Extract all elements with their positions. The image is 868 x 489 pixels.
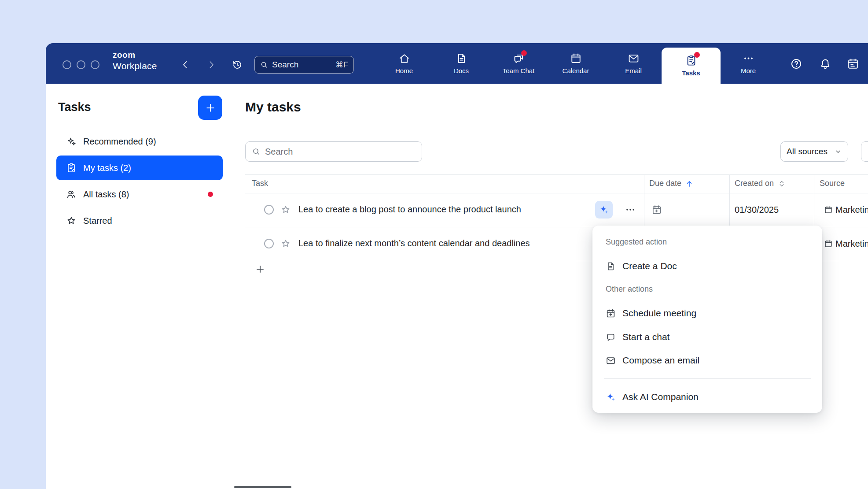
task-complete-checkbox[interactable] [264, 239, 274, 248]
menu-item-create-doc[interactable]: Create a Doc [599, 256, 816, 276]
tasks-badge [694, 52, 700, 58]
chat-bubble-icon [606, 332, 616, 342]
column-header-due-date[interactable]: Due date [649, 179, 694, 188]
sidebar-item-recommended[interactable]: Recommended (9) [56, 129, 223, 154]
help-button[interactable] [790, 57, 803, 70]
sidebar-item-label: All tasks (8) [83, 189, 129, 200]
task-complete-checkbox[interactable] [264, 205, 274, 215]
history-button[interactable] [231, 58, 244, 71]
chevron-left-icon [180, 59, 191, 70]
search-shortcut: ⌘F [335, 60, 348, 70]
task-row[interactable]: Lea to create a blog post to announce th… [234, 193, 868, 227]
nav-tasks-active[interactable]: Tasks [662, 48, 721, 84]
nav-team-chat[interactable]: Team Chat [493, 43, 544, 84]
menu-divider [604, 378, 811, 379]
tasks-icon [685, 55, 697, 67]
add-due-date-button[interactable] [651, 204, 662, 215]
row-more-button[interactable] [622, 201, 639, 219]
menu-item-start-chat[interactable]: Start a chat [599, 327, 816, 347]
add-task-button[interactable] [254, 263, 267, 276]
forward-button[interactable] [205, 58, 218, 71]
calendar-plus-icon [606, 308, 616, 319]
star-icon [66, 215, 77, 226]
nav-docs-label: Docs [454, 67, 469, 74]
sources-filter-label: All sources [787, 147, 828, 156]
sort-ascending-icon[interactable] [685, 179, 694, 188]
global-search[interactable]: Search ⌘F [254, 56, 354, 74]
global-search-placeholder: Search [272, 60, 298, 70]
task-search-input[interactable] [265, 147, 416, 157]
menu-item-compose-email[interactable]: Compose an email [599, 351, 816, 370]
window-control-minimize[interactable] [77, 60, 85, 69]
chevron-right-icon [206, 59, 217, 70]
nav-email[interactable]: Email [607, 43, 659, 84]
column-header-task: Task [252, 179, 268, 188]
column-header-created-on[interactable]: Created on [735, 179, 786, 188]
zoom-workplace-window: zoom Workplace Search ⌘F Home Docs [46, 43, 868, 489]
clipboard-check-icon [66, 163, 77, 173]
doc-icon [606, 261, 616, 271]
nav-team-chat-label: Team Chat [503, 67, 535, 74]
topbar: zoom Workplace Search ⌘F Home Docs [46, 43, 868, 84]
chevron-down-icon [834, 148, 842, 156]
table-border [245, 174, 868, 175]
ai-companion-button[interactable] [595, 201, 613, 219]
notifications-button[interactable] [819, 57, 832, 70]
new-task-button[interactable] [198, 96, 222, 120]
other-actions-label: Other actions [606, 285, 653, 294]
clipped-filter-button[interactable] [861, 141, 868, 162]
nav-home-label: Home [395, 67, 413, 74]
ellipsis-icon [625, 204, 636, 215]
docs-icon [456, 52, 467, 64]
scheduler-button[interactable] [846, 57, 860, 70]
menu-item-ask-ai-companion[interactable]: Ask AI Companion [599, 387, 816, 407]
nav-home[interactable]: Home [378, 43, 430, 84]
source-calendar-icon [824, 205, 833, 214]
sources-filter[interactable]: All sources [780, 141, 848, 162]
back-button[interactable] [179, 58, 192, 71]
task-search[interactable] [245, 141, 422, 162]
source-calendar-icon [824, 239, 833, 248]
window-control-zoom[interactable] [91, 60, 99, 69]
help-icon [790, 58, 802, 70]
ai-sparkle-icon [599, 204, 609, 215]
workplace-wordmark: Workplace [113, 60, 157, 72]
scheduler-icon [847, 58, 859, 70]
sidebar-item-label: Starred [83, 216, 112, 226]
suggested-action-label: Suggested action [606, 237, 667, 247]
more-icon [743, 52, 754, 64]
search-icon [252, 147, 261, 156]
nav-calendar-label: Calendar [563, 67, 589, 74]
team-chat-badge [521, 50, 527, 56]
star-icon[interactable] [280, 204, 291, 215]
sort-icon[interactable] [777, 179, 786, 188]
bell-icon [819, 58, 831, 70]
sidebar-title: Tasks [58, 100, 91, 114]
home-icon [398, 52, 410, 64]
sidebar-item-my-tasks[interactable]: My tasks (2) [56, 156, 223, 180]
horizontal-scrollbar[interactable] [234, 486, 291, 488]
zoom-wordmark: zoom [113, 50, 157, 60]
email-icon [628, 52, 640, 64]
task-actions-menu: Suggested action Create a Doc Other acti… [592, 226, 822, 413]
star-icon[interactable] [280, 238, 291, 249]
nav-docs[interactable]: Docs [435, 43, 487, 84]
nav-tasks-label: Tasks [682, 69, 700, 77]
task-title: Lea to create a blog post to announce th… [298, 204, 521, 215]
zoom-workplace-logo: zoom Workplace [113, 50, 157, 72]
page-title: My tasks [245, 100, 301, 115]
my-tasks-panel: My tasks All sources Task Due date Creat… [234, 84, 868, 489]
menu-item-schedule-meeting[interactable]: Schedule meeting [599, 304, 816, 323]
sidebar-item-starred[interactable]: Starred [56, 208, 223, 233]
search-icon [260, 61, 268, 69]
ai-sparkle-icon [606, 392, 616, 402]
nav-email-label: Email [625, 67, 642, 74]
window-control-close[interactable] [63, 60, 71, 69]
nav-more[interactable]: More [722, 43, 774, 84]
source-value: Marketing [835, 239, 868, 249]
tasks-sidebar: Tasks Recommended (9) My tasks (2) All t… [46, 84, 234, 489]
nav-calendar[interactable]: Calendar [550, 43, 602, 84]
sparkles-icon [66, 136, 77, 147]
sidebar-item-all-tasks[interactable]: All tasks (8) [56, 182, 223, 207]
column-header-source: Source [820, 179, 845, 188]
